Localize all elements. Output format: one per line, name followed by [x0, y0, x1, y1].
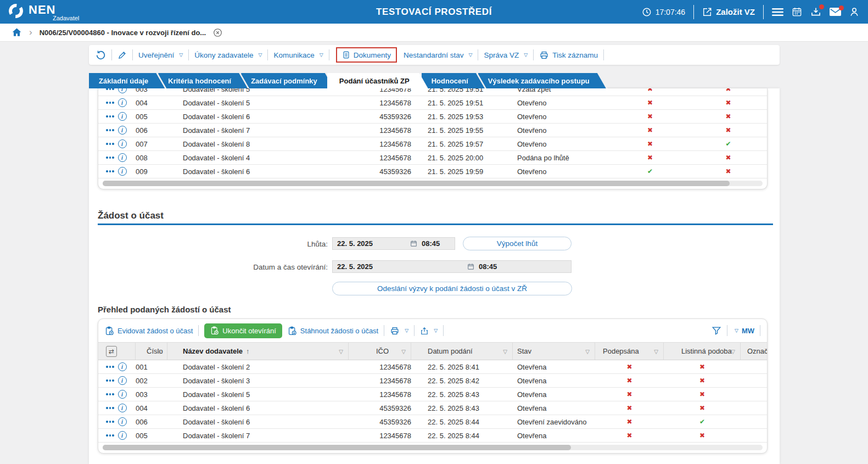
info-icon[interactable]: i: [118, 404, 127, 412]
col-datum-podani[interactable]: Datum podání ▽: [411, 343, 513, 360]
table-row[interactable]: i004Dodavatel - školení 51234567821. 5. …: [98, 96, 767, 110]
evidovat-zadost-button[interactable]: Evidovat žádost o účast: [105, 326, 193, 336]
deadline-field[interactable]: 22. 5. 2025 08:45: [332, 237, 455, 250]
scrollbar-thumb[interactable]: [103, 445, 571, 450]
requests-hscrollbar[interactable]: [98, 443, 767, 453]
row-menu-icon[interactable]: [106, 434, 114, 437]
calendar-icon[interactable]: [467, 263, 474, 270]
breadcrumb-item[interactable]: N006/25/V00004860 - Inovace v rozvoji ří…: [40, 29, 206, 37]
menu-uverejneni[interactable]: Uveřejnění▽: [138, 51, 183, 59]
opening-field[interactable]: 22. 5. 2025 08:45: [332, 260, 572, 273]
column-picker-icon[interactable]: ⇄: [106, 346, 117, 357]
send-invitation-button[interactable]: Odeslání výzvy k podání žádosti o účast …: [332, 282, 572, 295]
vypocet-lhut-button[interactable]: Výpočet lhůt: [463, 237, 572, 250]
column-dropdown-icon[interactable]: ▽: [654, 348, 658, 354]
table-row[interactable]: i006Dodavatel - školení 64535932622. 5. …: [98, 415, 767, 429]
table-row[interactable]: i008Dodavatel - školení 41234567821. 5. …: [98, 151, 767, 165]
info-icon[interactable]: i: [118, 112, 127, 121]
column-dropdown-icon[interactable]: ▽: [158, 348, 162, 354]
history-icon[interactable]: [96, 50, 106, 60]
submissions-hscrollbar[interactable]: [98, 178, 767, 189]
column-dropdown-icon[interactable]: ▽: [585, 348, 590, 354]
tab-zakladni-udaje[interactable]: Základní údaje: [89, 73, 165, 88]
calendar-icon[interactable]: [410, 240, 417, 247]
tab-kriteria-hodnoceni[interactable]: Kritéria hodnocení: [158, 73, 248, 88]
col-ico[interactable]: IČO ▽: [349, 343, 411, 360]
row-menu-icon[interactable]: [106, 129, 114, 131]
row-menu-icon[interactable]: [106, 379, 114, 382]
table-row[interactable]: i003Dodavatel - školení 51234567822. 5. …: [98, 388, 767, 401]
print-table-button[interactable]: ▽: [390, 326, 408, 336]
ukoncit-otevirani-button[interactable]: Ukončit otevírání: [204, 323, 282, 338]
calendar-icon[interactable]: [792, 7, 802, 17]
mw-view-button[interactable]: ▽ MW: [733, 327, 754, 335]
menu-dokumenty[interactable]: Dokumenty: [342, 51, 391, 59]
row-menu-icon[interactable]: [106, 102, 114, 104]
info-icon[interactable]: i: [118, 153, 127, 162]
row-menu-icon[interactable]: [106, 407, 114, 409]
messages-icon[interactable]: [830, 8, 841, 16]
opening-time-value[interactable]: 08:45: [479, 262, 567, 271]
tab-vysledek[interactable]: Výsledek zadávacího postupu: [478, 73, 606, 88]
menu-komunikace[interactable]: Komunikace▽: [273, 51, 323, 59]
row-menu-icon[interactable]: [106, 170, 114, 172]
col-podepsana[interactable]: Podepsána ▽: [595, 343, 664, 360]
info-icon[interactable]: i: [118, 390, 127, 399]
table-row[interactable]: i007Dodavatel - školení 81234567821. 5. …: [98, 137, 767, 151]
column-dropdown-icon[interactable]: ▽: [401, 348, 406, 354]
downloads-icon[interactable]: [810, 7, 821, 17]
info-icon[interactable]: i: [118, 376, 127, 385]
info-icon[interactable]: i: [118, 139, 127, 148]
col-cislo[interactable]: Číslo ▽: [136, 343, 167, 360]
info-icon[interactable]: i: [118, 126, 127, 135]
col-nazev-dodavatele[interactable]: Název dodavatele ↑ ▽: [167, 343, 349, 360]
column-dropdown-icon[interactable]: ▽: [503, 348, 507, 354]
table-row[interactable]: i005Dodavatel - školení 64535932621. 5. …: [98, 110, 767, 124]
filter-button[interactable]: [712, 326, 721, 336]
tab-zadavaci-podminky[interactable]: Zadávací podmínky: [241, 73, 334, 88]
row-menu-icon[interactable]: [106, 143, 114, 145]
table-row[interactable]: i005Dodavatel - školení 71234567822. 5. …: [98, 429, 767, 443]
col-oznaceni[interactable]: Označ: [741, 343, 767, 360]
col-stav[interactable]: Stav ▽: [513, 343, 595, 360]
row-menu-icon[interactable]: [106, 366, 114, 368]
menu-ukony-zadavatele[interactable]: Úkony zadavatele▽: [194, 51, 262, 59]
edit-record-icon[interactable]: [117, 51, 127, 60]
row-menu-icon[interactable]: [106, 393, 114, 395]
close-tab-icon[interactable]: [213, 28, 222, 37]
row-menu-icon[interactable]: [106, 421, 114, 423]
info-icon[interactable]: i: [118, 88, 127, 93]
home-icon[interactable]: [12, 27, 22, 37]
info-icon[interactable]: i: [118, 362, 127, 371]
tab-podani-ucastniku[interactable]: Podání účastníků ZP: [327, 73, 428, 88]
info-icon[interactable]: i: [118, 98, 127, 107]
info-icon[interactable]: i: [118, 167, 127, 176]
row-menu-icon[interactable]: [106, 88, 114, 90]
col-listinna-podoba[interactable]: Listinná podoba ▽: [664, 343, 741, 360]
row-menu-icon[interactable]: [106, 156, 114, 159]
scrollbar-thumb[interactable]: [103, 181, 730, 186]
table-row[interactable]: i004Dodavatel - školení 64535932622. 5. …: [98, 401, 767, 415]
info-icon[interactable]: i: [118, 431, 127, 440]
print-record-button[interactable]: Tisk záznamu: [539, 51, 598, 60]
deadline-time-value[interactable]: 08:45: [422, 239, 450, 248]
stahnout-zadosti-button[interactable]: Stáhnout žádosti o účast: [288, 326, 378, 336]
menu-icon[interactable]: [772, 8, 783, 16]
opening-date-value[interactable]: 22. 5. 2025: [337, 262, 373, 271]
row-menu-icon[interactable]: [106, 115, 114, 118]
menu-nestandardni-stav[interactable]: Nestandardní stav▽: [404, 51, 472, 59]
table-row[interactable]: i001Dodavatel - školení 21234567822. 5. …: [98, 360, 767, 374]
tab-hodnoceni[interactable]: Hodnocení: [422, 73, 485, 88]
column-dropdown-icon[interactable]: ▽: [339, 348, 343, 354]
export-button[interactable]: ▽: [420, 326, 438, 336]
table-row[interactable]: i003Dodavatel - školení 51234567821. 5. …: [98, 88, 767, 96]
create-vz-button[interactable]: Založit VZ: [702, 7, 755, 17]
user-icon[interactable]: [849, 7, 859, 17]
deadline-date-value[interactable]: 22. 5. 2025: [337, 239, 373, 248]
table-row[interactable]: i009Dodavatel - školení 64535932621. 5. …: [98, 165, 767, 178]
column-dropdown-icon[interactable]: ▽: [731, 348, 735, 354]
table-row[interactable]: i006Dodavatel - školení 71234567821. 5. …: [98, 124, 767, 137]
menu-sprava-vz[interactable]: Správa VZ▽: [484, 51, 528, 59]
nen-logo[interactable]: NEN Zadavatel: [8, 3, 79, 21]
table-row[interactable]: i002Dodavatel - školení 31234567822. 5. …: [98, 374, 767, 388]
